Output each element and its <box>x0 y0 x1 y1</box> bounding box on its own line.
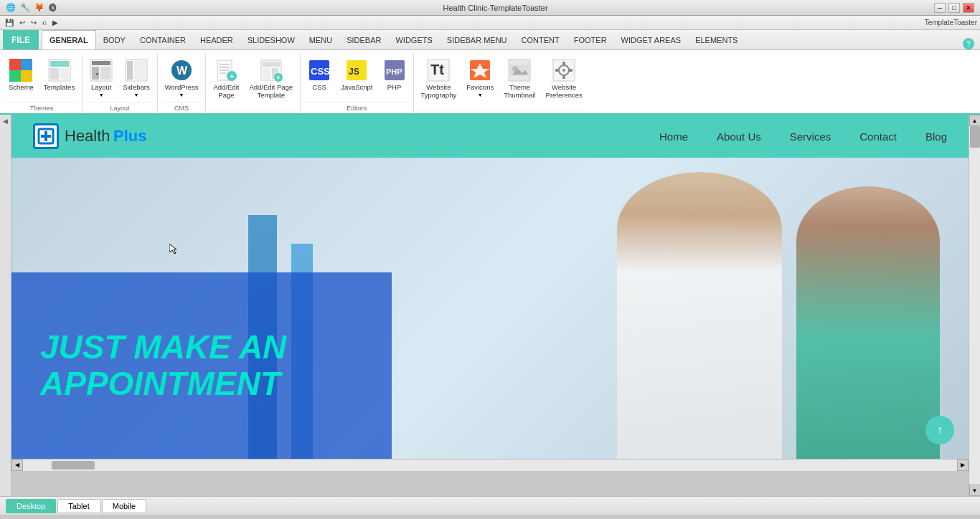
tab-sidebar-menu[interactable]: SIDEBAR MENU <box>440 30 514 49</box>
maximize-button[interactable]: □ <box>948 3 960 13</box>
help-icon[interactable]: ? <box>963 38 974 49</box>
sidebars-label: Sidebars <box>123 83 150 91</box>
ribbon-group-misc: Tt WebsiteTypography Favicons ▼ <box>415 53 590 113</box>
scroll-down-button[interactable]: ↑ <box>925 416 954 444</box>
themes-group-label: Themes <box>4 103 79 113</box>
scroll-down-arrow-icon: ↑ <box>937 424 943 437</box>
wordpress-label: WordPress <box>165 83 199 91</box>
canvas-area: ◀ Health Plus Home About U <box>0 115 980 496</box>
tab-widget-areas[interactable]: WIDGET AREAS <box>614 30 689 49</box>
doctor-figure-container <box>617 172 782 459</box>
tab-footer[interactable]: FOOTER <box>567 30 614 49</box>
horizontal-scroll-track[interactable] <box>23 460 957 471</box>
window-title: Health Clinic-TemplateToaster <box>57 4 934 12</box>
device-tabs: Desktop Tablet Mobile <box>6 499 146 513</box>
wordpress-button[interactable]: W WordPress ▼ <box>161 56 203 100</box>
vertical-scrollbar[interactable]: ▲ ▼ <box>969 115 980 496</box>
addedit-page-label: Add/EditPage <box>213 83 239 100</box>
svg-text:CSS: CSS <box>311 66 330 77</box>
nav-blog[interactable]: Blog <box>925 130 947 143</box>
scroll-down-btn[interactable]: ▼ <box>969 485 981 496</box>
vertical-scroll-track[interactable] <box>969 126 981 485</box>
editors-group-label: Editors <box>303 103 410 113</box>
tab-container[interactable]: CONTAINER <box>133 30 193 49</box>
tab-header[interactable]: HEADER <box>193 30 240 49</box>
left-sidebar-toggle[interactable]: ◀ <box>0 115 11 496</box>
tab-body[interactable]: BODY <box>96 30 133 49</box>
doctor-silhouette <box>617 172 782 459</box>
tab-desktop[interactable]: Desktop <box>6 499 56 513</box>
ribbon-group-cms: W WordPress ▼ CMS <box>159 53 207 113</box>
tab-file[interactable]: FILE <box>3 30 39 49</box>
toggle-arrow-icon: ◀ <box>3 118 8 125</box>
hero-text: JUST MAKE AN APPOINTMENT <box>40 329 363 401</box>
minimize-button[interactable]: ─ <box>934 3 946 13</box>
theme-thumbnail-icon <box>508 59 531 82</box>
tab-menu[interactable]: MENU <box>302 30 339 49</box>
favicons-icon <box>468 59 491 82</box>
sidebars-button[interactable]: Sidebars ▼ <box>118 56 154 100</box>
javascript-label: JavaScript <box>341 83 372 91</box>
tab-elements[interactable]: ELEMENTS <box>688 30 745 49</box>
tab-content[interactable]: CONTENT <box>514 30 567 49</box>
theme-thumbnail-button[interactable]: ThemeThumbnail <box>499 56 540 103</box>
ribbon-group-themes: Scheme Templates Themes <box>3 53 83 113</box>
svg-text:+: + <box>230 72 234 80</box>
favicons-dropdown-arrow: ▼ <box>478 92 483 97</box>
tab-sidebar[interactable]: SIDEBAR <box>339 30 388 49</box>
site-header: Health Plus Home About Us Services Conta… <box>11 115 969 158</box>
sidebars-icon <box>125 59 148 82</box>
scheme-button[interactable]: Scheme <box>4 56 38 94</box>
tab-general[interactable]: GENERAL <box>42 30 96 49</box>
scroll-up-button[interactable]: ▲ <box>969 115 981 126</box>
undo-qa-button[interactable]: ↩ <box>17 19 27 27</box>
scroll-left-button[interactable]: ◀ <box>11 460 23 471</box>
horizontal-scrollbar[interactable]: ◀ ▶ <box>11 459 969 470</box>
svg-rect-51 <box>568 69 573 72</box>
templates-icon <box>48 59 71 82</box>
favicons-button[interactable]: Favicons ▼ <box>462 56 498 100</box>
svg-rect-2 <box>9 70 21 82</box>
title-bar: 🌐 🔧 🦊 🅦 Health Clinic-TemplateToaster ─ … <box>0 0 980 16</box>
horizontal-scroll-thumb[interactable] <box>52 461 95 470</box>
site-logo: Health Plus <box>33 123 147 149</box>
php-icon: PHP <box>383 59 406 82</box>
tab-widgets[interactable]: WIDGETS <box>388 30 439 49</box>
editors-group-items: CSS CSS JS JavaScript <box>303 53 410 101</box>
run-qa-button[interactable]: ▶ <box>50 19 60 27</box>
nav-services[interactable]: Services <box>790 130 831 143</box>
templates-button[interactable]: Templates <box>39 56 79 94</box>
addedit-page-button[interactable]: + Add/EditPage <box>209 56 243 103</box>
tab-mobile[interactable]: Mobile <box>102 499 146 513</box>
hero-overlay: JUST MAKE AN APPOINTMENT <box>11 272 392 459</box>
hero-text-line1: JUST MAKE AN <box>40 329 363 366</box>
tab-tablet[interactable]: Tablet <box>57 499 100 513</box>
themes-group-items: Scheme Templates <box>4 53 79 101</box>
templates-label: Templates <box>44 83 75 91</box>
svg-point-47 <box>562 69 565 72</box>
refresh-qa-button[interactable]: ⎌ <box>40 19 49 27</box>
javascript-button[interactable]: JS JavaScript <box>336 56 377 94</box>
svg-text:▼: ▼ <box>95 72 100 77</box>
layout-label: Layout <box>91 83 112 91</box>
website-typography-button[interactable]: Tt WebsiteTypography <box>417 56 461 103</box>
nav-home[interactable]: Home <box>659 130 688 143</box>
css-label: CSS <box>312 83 326 91</box>
svg-text:+: + <box>276 74 281 82</box>
addedit-template-button[interactable]: + Add/Edit PageTemplate <box>245 56 297 103</box>
layout-button[interactable]: ▼ Layout ▼ <box>85 56 117 100</box>
scroll-right-button[interactable]: ▶ <box>957 460 969 471</box>
nav-contact[interactable]: Contact <box>859 130 897 143</box>
save-qa-button[interactable]: 💾 <box>3 19 16 27</box>
php-button[interactable]: PHP PHP <box>379 56 410 94</box>
website-preferences-button[interactable]: WebsitePreferences <box>542 56 587 103</box>
pages-group-items: + Add/EditPage + Add/Edit <box>209 53 297 108</box>
close-button[interactable]: ✕ <box>963 3 974 13</box>
css-button[interactable]: CSS CSS <box>303 56 335 94</box>
tab-slideshow[interactable]: SLIDESHOW <box>240 30 302 49</box>
nav-about[interactable]: About Us <box>717 130 761 143</box>
redo-qa-button[interactable]: ↪ <box>29 19 39 27</box>
vertical-scroll-thumb[interactable] <box>970 126 980 148</box>
addedit-page-icon: + <box>215 59 237 82</box>
svg-rect-14 <box>127 61 133 80</box>
